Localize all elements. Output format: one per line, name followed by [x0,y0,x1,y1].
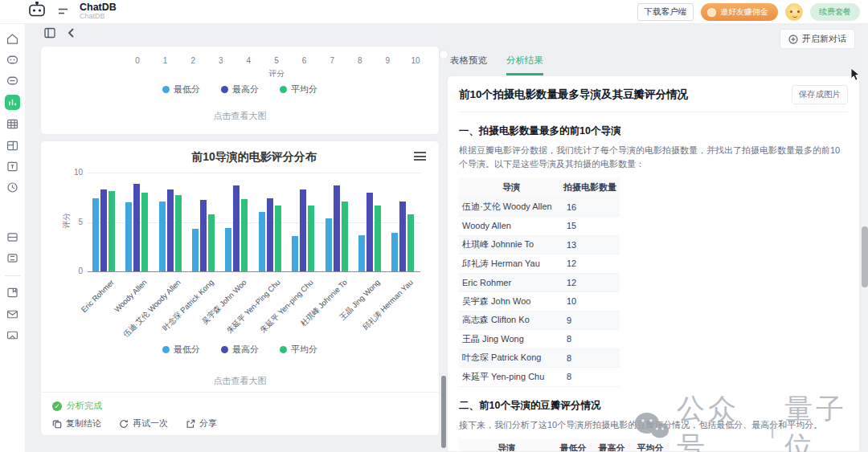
table-row: 朱延平 Yen-ping Chu8 [459,368,620,387]
director-count-table: 导演拍摄电影数量伍迪·艾伦 Woody Allen16Woody Allen15… [459,178,620,387]
bar-最高分 [167,189,174,271]
result-tabs: 表格预览 分析结果 [450,55,543,75]
x-tick: 3 [219,56,223,65]
x-tick: 1 [163,56,168,65]
bar-最高分 [233,185,240,271]
table-row: 邱礼涛 Herman Yau12 [459,255,620,274]
legend-item[interactable]: 最低分 [162,344,200,356]
legend-item[interactable]: 最高分 [221,344,259,356]
back-chevron-icon[interactable] [66,27,77,39]
bar-平均分 [308,206,314,271]
legend-dot-icon [221,86,228,93]
bar-平均分 [141,193,148,271]
table-icon[interactable] [6,117,19,131]
section2-heading: 二、前10个导演的豆瓣评分情况 [459,399,848,413]
assistant-icon[interactable] [6,74,19,88]
feedback-icon[interactable] [6,328,19,342]
data-analysis-icon-active[interactable] [5,95,20,110]
sidebar-collapse-icon[interactable] [58,5,68,19]
x-tick: 7 [330,56,334,65]
x-tick: 5 [274,56,279,65]
table-row: 王晶 Jing Wong8 [459,330,620,349]
section1-body: 根据豆瓣电影评分数据，我们统计了每个导演的电影拍摄数量，并找出了拍摄电影数量最多… [459,144,848,171]
retry-button[interactable]: 再试一次 [119,417,168,430]
share-button[interactable]: 分享 [186,417,217,430]
director-score-table: 导演最低分最高分平均分 [459,439,669,452]
previous-chart-card: 012345678910 评分 最低分最高分平均分 点击查看大图 [40,46,440,135]
dashboard-icon[interactable] [6,139,19,153]
legend-dot-icon [280,346,287,353]
legend-item[interactable]: 平均分 [280,344,317,356]
table-row: 杜琪峰 Johnnie To13 [459,235,620,255]
notes-icon[interactable] [6,230,19,244]
user-avatar[interactable] [785,3,803,21]
chart-message-card: 前10导演的电影评分分布 评分 0510Eric RohmerWoody All… [40,140,440,436]
chat-panel-scrollbar [441,26,446,452]
bar-平均分 [241,199,248,271]
history-icon[interactable] [6,181,19,194]
check-circle-icon: ✓ [52,401,62,411]
table-row: 吴宇森 John Woo10 [459,292,620,312]
bar-平均分 [407,214,414,271]
bar-最低分 [391,233,398,271]
bar-最低分 [125,202,132,271]
copy-icon [52,419,62,429]
x-tick: 6 [302,56,307,65]
mouse-cursor [850,67,862,85]
templates-icon[interactable] [6,251,19,265]
section1-heading: 一、拍摄电影数量最多的前10个导演 [459,124,848,138]
bar-最高分 [334,185,340,271]
bar-最高分 [399,202,406,271]
divider [41,392,439,393]
gridline [88,173,420,173]
legend-dot-icon [280,86,287,93]
bar-最低分 [358,235,365,272]
new-chat-button[interactable]: 开启新对话 [780,29,855,49]
bar-最高分 [366,193,373,271]
coin-icon [707,8,716,17]
plus-circle-icon [788,35,798,44]
invite-friends-button[interactable]: 邀好友赚佣金 [701,3,778,21]
report-icon[interactable] [6,160,19,173]
x-tick: 2 [190,56,195,65]
agent-icon[interactable] [6,53,19,67]
mail-icon[interactable] [6,307,19,321]
tab-table-preview[interactable]: 表格预览 [450,55,487,75]
legend-dot-icon [162,346,170,353]
save-as-image-button[interactable]: 保存成图片 [792,85,849,104]
bar-最低分 [225,228,231,271]
download-client-button[interactable]: 下载客户端 [637,3,694,21]
x-tick: 0 [135,56,140,65]
legend-dot-icon [221,346,228,353]
legend-item[interactable]: 平均分 [280,83,317,96]
bar-最低分 [292,236,298,271]
chart-legend: 最低分最高分平均分 [41,344,439,356]
scrollbar-thumb[interactable] [441,376,446,448]
table-row: Woody Allen15 [459,217,620,236]
y-tick: 0 [65,267,83,275]
result-panel: 开启新对话 表格预览 分析结果 前10个拍摄电影数量最多导演及其豆瓣评分情况 保… [447,26,862,452]
gridline [88,271,420,272]
x-tick: 4 [247,56,252,65]
bar-最低分 [192,229,199,271]
copy-conclusion-button[interactable]: 复制结论 [52,417,101,430]
legend-item[interactable]: 最高分 [221,83,259,96]
bar-最高分 [100,189,107,271]
analysis-result-card: 前10个拍摄电影数量最多导演及其豆瓣评分情况 保存成图片 一、拍摄电影数量最多的… [447,75,860,452]
prev-chart-axis-label: 评分 [137,68,416,79]
legend-item[interactable]: 最低分 [162,83,200,96]
bookmark-icon[interactable] [6,286,19,299]
tab-analysis-result[interactable]: 分析结果 [506,55,543,75]
panel-layout-icon[interactable] [44,27,55,39]
view-large-link[interactable]: 点击查看大图 [41,375,439,387]
x-tick: 9 [386,56,391,65]
scrollbar-thumb[interactable] [862,226,868,287]
legend-dot-icon [162,86,170,93]
view-large-link[interactable]: 点击查看大图 [41,110,439,122]
chat-panel: 012345678910 评分 最低分最高分平均分 点击查看大图 前10导演的电… [40,26,440,436]
bar-最低分 [259,212,265,271]
renew-plan-button[interactable]: 续费套餐 [810,3,860,21]
x-tick: 10 [411,56,420,65]
home-icon[interactable] [6,32,19,46]
bar-平均分 [275,206,281,271]
